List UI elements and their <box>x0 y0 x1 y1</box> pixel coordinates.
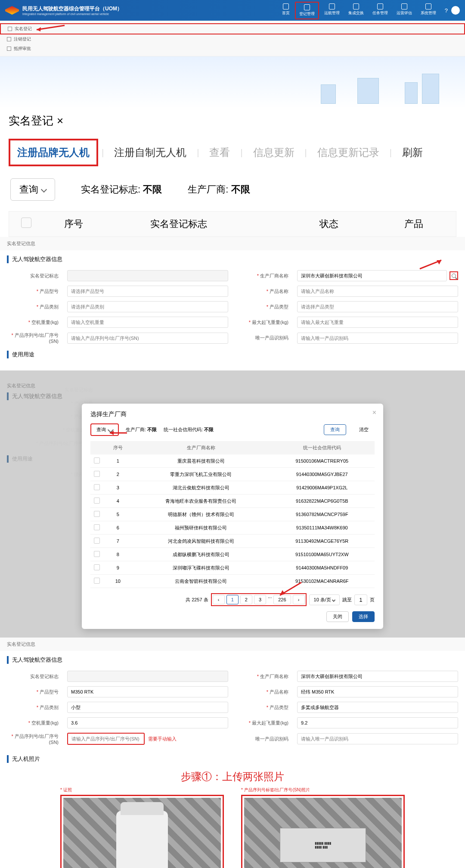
row-checkbox[interactable] <box>94 538 100 544</box>
page-3[interactable]: 3 <box>254 595 266 604</box>
input-sn[interactable] <box>67 333 228 344</box>
input-type[interactable] <box>297 702 458 713</box>
photo-right-label: * 产品序列号标签/出厂序号(SN)照片 <box>241 787 405 793</box>
row-checkbox[interactable] <box>94 457 100 464</box>
table-row[interactable]: 10云南金智箭科技有限公司91530102MAC4NRAR6F <box>90 575 375 588</box>
th-regmark: 实名登记标志 <box>104 218 254 230</box>
photo-upload-right[interactable]: ▮▮▮▮▮ ▮▮▮▮▮▮▮▮ ▮▮▮ <box>241 795 405 868</box>
photo-right: * 产品序列号标签/出厂序号(SN)照片 ▮▮▮▮▮ ▮▮▮▮▮▮▮▮ ▮▮▮ <box>241 787 405 868</box>
row-checkbox[interactable] <box>94 498 100 504</box>
select-all-checkbox[interactable] <box>21 218 31 228</box>
task-icon <box>377 3 383 9</box>
photo-section-title: 无人机照片 <box>7 755 458 763</box>
tab-view[interactable]: 查看 <box>202 140 237 165</box>
row-checkbox[interactable] <box>94 564 100 570</box>
table-row[interactable]: 2零重力深圳飞机工业有限公司91440300MA5GYJBE27 <box>90 468 375 481</box>
exchange-icon <box>353 3 359 9</box>
input-model[interactable] <box>67 286 228 297</box>
table-row[interactable]: 6福州预研佳科技有限公司91350111MA34W8K690 <box>90 521 375 535</box>
table-row[interactable]: 7河北金鸽凌风智能科技有限公司91130492MACGE76Y5R <box>90 535 375 548</box>
sidebar-item-realname[interactable]: 实名登记 <box>0 23 465 34</box>
table-row[interactable]: 3湖北云俊航空科技有限公司91429006MA49P1XG2L <box>90 481 375 495</box>
table-row[interactable]: 5明德新材（赣州）技术有限公司91360782MACNCP759F <box>90 508 375 521</box>
label-uid: 唯一产品识别码 <box>237 736 288 742</box>
th-code: 统一社会信用代码 <box>270 441 375 454</box>
input-producer[interactable] <box>297 270 447 281</box>
nav-system[interactable]: 系统管理 <box>417 2 440 19</box>
filter-label-regmark: 实名登记标志: <box>81 184 140 195</box>
label-regmark: 实名登记标志 <box>7 673 59 680</box>
input-weight[interactable] <box>67 717 228 728</box>
input-type[interactable] <box>297 301 458 312</box>
modal-clear-button[interactable]: 清空 <box>353 425 375 435</box>
avatar[interactable] <box>451 6 460 15</box>
input-sn[interactable] <box>67 733 145 745</box>
label-sn: 产品序列号/出厂序号(SN) <box>7 332 59 344</box>
input-name[interactable] <box>297 286 458 297</box>
row-checkbox[interactable] <box>94 511 100 517</box>
modal-select-button[interactable]: 选择 <box>352 611 375 622</box>
app-subtitle: Integrated management platform of civil … <box>22 12 122 16</box>
label-weight: 空机重量(kg) <box>7 720 59 726</box>
row-checkbox[interactable] <box>94 484 100 490</box>
input-model[interactable] <box>67 686 228 697</box>
producer-search-button[interactable] <box>450 271 458 280</box>
input-uid[interactable] <box>297 333 458 344</box>
tab-register-brand[interactable]: 注册品牌无人机 <box>9 139 98 166</box>
sidebar-item-mortgage[interactable]: 抵押审批 <box>0 44 465 53</box>
jump-input[interactable] <box>354 594 367 605</box>
label-category: 产品类别 <box>7 304 59 310</box>
nav-task[interactable]: 任务管理 <box>369 2 391 19</box>
logo-area: 民用无人驾驶航空器综合管理平台（UOM） Integrated manageme… <box>5 5 122 16</box>
producer-modal: 选择生产厂商 × 查询 生产厂商: 不限 统一社会信用代码: 不限 查询 清空 … <box>82 404 383 629</box>
nav-home[interactable]: 首页 <box>279 2 293 19</box>
input-category[interactable] <box>67 301 228 312</box>
row-checkbox[interactable] <box>94 524 100 530</box>
tab-update-log[interactable]: 信息更新记录 <box>310 140 386 165</box>
nav-register[interactable]: 登记管理 <box>295 2 319 19</box>
table-row[interactable]: 8成都纵横鹏飞科技有限公司91510100MA65UYT2XW <box>90 548 375 561</box>
input-maxweight[interactable] <box>297 317 458 328</box>
nav-exchange[interactable]: 集成交换 <box>345 2 367 19</box>
modal-close-button[interactable]: × <box>372 409 376 417</box>
panel-title: 无人驾驶航空器信息 <box>7 255 458 263</box>
nav-flight[interactable]: 运航管理 <box>321 2 343 19</box>
modal-cancel-button[interactable]: 关闭 <box>326 611 349 622</box>
arrow-annotation <box>418 258 448 271</box>
row-checkbox[interactable] <box>94 578 100 584</box>
step1-label: 步骤①：上传两张照片 <box>7 770 458 784</box>
modal-search-button[interactable]: 查询 <box>324 424 346 435</box>
input-maxweight[interactable] <box>297 717 458 728</box>
close-icon[interactable]: × <box>57 114 63 127</box>
nav-ops[interactable]: 运营评估 <box>393 2 415 19</box>
table-row[interactable]: 9深圳嘟浮飞碟科技有限公司91440300MA5HNDFF09 <box>90 561 375 575</box>
input-category[interactable] <box>67 702 228 713</box>
table-row[interactable]: 1重庆晨苍科技有限公司91500106MACTRERY05 <box>90 454 375 468</box>
photo-upload-left[interactable] <box>60 795 224 868</box>
input-weight[interactable] <box>67 317 228 328</box>
th-name: 生产厂商名称 <box>133 441 270 454</box>
th-status: 状态 <box>254 218 404 230</box>
tab-register-diy[interactable]: 注册自制无人机 <box>107 140 193 165</box>
help-icon[interactable]: ? <box>445 7 448 14</box>
query-dropdown[interactable]: 查询 <box>10 178 55 201</box>
filter-value-regmark: 不限 <box>143 184 162 195</box>
page-1[interactable]: 1 <box>226 595 239 604</box>
page-prev[interactable]: ‹ <box>213 595 225 604</box>
input-uid[interactable] <box>297 733 458 744</box>
label-producer: 生产厂商名称 <box>237 673 288 680</box>
row-checkbox[interactable] <box>94 551 100 557</box>
tab-refresh[interactable]: 刷新 <box>395 140 430 165</box>
table-row[interactable]: 4青海地旺丰农业服务有限责任公司91632822MACP6G0T5B <box>90 495 375 508</box>
input-name[interactable] <box>297 686 458 697</box>
main-tabs: 注册品牌无人机 | 注册自制无人机 | 查看 | 信息更新 | 信息更新记录 |… <box>0 134 465 171</box>
per-page-select[interactable]: 10 条/页 <box>309 594 340 605</box>
modal-backdrop: 实名登记信息 无人驾驶航空器信息 实名登记标志 * 产品型号 * 产品类别 * … <box>0 370 465 638</box>
page-title-bar: 实名登记× <box>0 108 465 134</box>
row-checkbox[interactable] <box>94 471 100 477</box>
input-producer[interactable] <box>297 671 458 682</box>
input-regmark <box>67 671 228 682</box>
page-2[interactable]: 2 <box>240 595 252 604</box>
sidebar-item-cancel[interactable]: 注销登记 <box>0 34 465 44</box>
tab-update[interactable]: 信息更新 <box>246 140 301 165</box>
